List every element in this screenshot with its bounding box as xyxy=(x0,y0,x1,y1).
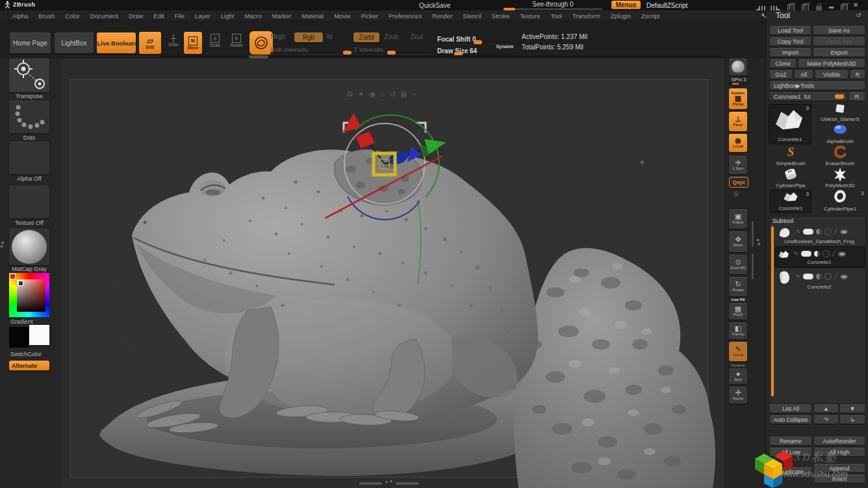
subtool-scroll-indicator[interactable] xyxy=(771,226,774,396)
boolean-union-icon[interactable] xyxy=(803,274,813,279)
auto-collapse-button[interactable]: Auto Collapse xyxy=(770,415,811,424)
subtool-row[interactable]: ✎ ╱ LiveBoolean_DynaMesh_Frog xyxy=(776,225,862,246)
menu-zscript[interactable]: Zscript xyxy=(636,12,665,19)
gizmo-collapse-icon[interactable]: ─ xyxy=(411,90,417,98)
close-window-icon[interactable]: ✕ xyxy=(853,1,858,8)
subtool-row[interactable]: ✎ ╱ Concrete2 xyxy=(776,269,862,291)
tool-item[interactable]: EraserBrush xyxy=(814,146,866,166)
z-intensity-slider[interactable]: Z Intensity xyxy=(353,44,428,55)
subtool-brush-icon[interactable]: ✎ xyxy=(794,251,798,257)
goz-all-button[interactable]: All xyxy=(795,70,813,79)
tool-item[interactable]: S SimpleBrush xyxy=(770,146,811,166)
color-picker[interactable] xyxy=(9,273,49,317)
panel-reset-icon[interactable]: ↺ xyxy=(856,12,861,19)
canvas-scrollbar-right[interactable] xyxy=(396,482,419,485)
persp-button[interactable]: Dynamic ▦ Persp xyxy=(729,88,747,109)
active-tool-slider-knob[interactable] xyxy=(835,94,844,99)
tool-item-selected[interactable]: 3 Concrete1 xyxy=(770,190,811,213)
alpha-tile[interactable] xyxy=(9,142,49,174)
menus-toggle-button[interactable]: Menus xyxy=(611,1,641,9)
boolean-subtract-icon[interactable] xyxy=(816,229,822,235)
pivot-icon[interactable]: ◎ xyxy=(734,190,739,197)
canvas-scroll-arrows[interactable]: ▲▼ xyxy=(385,480,394,483)
tool-item[interactable]: PolyMesh3D xyxy=(814,168,866,188)
rgb-button[interactable]: Rgb xyxy=(294,32,323,42)
visibility-eye-icon[interactable] xyxy=(840,229,848,235)
spix-slider[interactable]: SPix 3 xyxy=(727,77,750,84)
list-all-button[interactable]: List All xyxy=(770,404,811,413)
polyframe-button[interactable]: ▦ PolyF xyxy=(729,303,747,320)
menu-texture[interactable]: Texture xyxy=(515,12,545,19)
menu-stencil[interactable]: Stencil xyxy=(457,12,487,19)
boolean-union-icon[interactable] xyxy=(801,251,811,257)
home-page-button[interactable]: Home Page xyxy=(10,32,51,53)
ghost-button[interactable]: ✎ Ghost xyxy=(729,342,747,361)
rename-button[interactable]: Rename xyxy=(770,437,811,445)
visibility-eye-icon[interactable] xyxy=(838,251,846,257)
left-tray-divider-arrows[interactable]: ◀▶ xyxy=(1,240,4,248)
goz-visible-button[interactable]: Visible xyxy=(815,70,848,79)
menu-file[interactable]: File xyxy=(170,12,190,19)
zoom3d-button[interactable]: ⊙ Zoom3D xyxy=(729,255,747,274)
load-tool-button[interactable]: Load Tool xyxy=(770,26,811,34)
bpr-render-button[interactable]: BPR xyxy=(729,58,747,75)
boolean-union-icon[interactable] xyxy=(803,229,813,235)
live-boolean-button[interactable]: Live Boolean xyxy=(97,32,136,53)
tool-item[interactable]: UMesh_StarterS xyxy=(814,103,866,122)
switch-color-label[interactable]: SwitchColor xyxy=(9,351,51,357)
tool-r-button[interactable]: R xyxy=(849,92,865,101)
edit-button[interactable]: ▱ Edit xyxy=(139,32,161,54)
zadd-button[interactable]: Zadd xyxy=(353,32,379,42)
menu-layer[interactable]: Layer xyxy=(190,12,216,19)
move-button[interactable]: M Move xyxy=(184,32,202,54)
gizmo-home-icon[interactable]: ⌂ xyxy=(380,90,385,98)
xpose-button[interactable]: ✢ Xpose xyxy=(729,387,747,404)
solo-button[interactable]: ● Solo xyxy=(729,368,747,384)
local-button[interactable]: ◉ Local xyxy=(729,134,747,152)
autoreorder-button[interactable]: AutoReorder xyxy=(814,437,865,445)
dots-stroke-tile[interactable] xyxy=(9,101,49,133)
texture-tile[interactable] xyxy=(9,186,49,218)
boolean-intersect-icon[interactable] xyxy=(824,273,832,280)
transpose-tile[interactable] xyxy=(9,58,49,92)
export-button[interactable]: Export xyxy=(813,48,865,57)
menu-picker[interactable]: Picker xyxy=(356,12,383,19)
lightbox-button[interactable]: LightBox xyxy=(55,32,94,53)
draw-size-slider[interactable]: Draw Size 64 Dynamic xyxy=(437,44,514,56)
gizmo-reset-icon[interactable]: ↺ xyxy=(390,90,396,98)
sculpt-scene[interactable] xyxy=(62,58,724,488)
quicksave-button[interactable]: QuickSave xyxy=(419,2,450,9)
move-up-button[interactable]: ▲ xyxy=(814,404,838,413)
lightbox-tools-button[interactable]: Lightbox▶Tools xyxy=(770,81,865,90)
menu-material[interactable]: Material xyxy=(296,12,329,19)
boulder-rock[interactable] xyxy=(514,248,715,488)
menu-document[interactable]: Document xyxy=(85,12,123,19)
polypaint-icon[interactable]: ╱ xyxy=(832,251,836,257)
copy-tool-button[interactable]: Copy Tool xyxy=(770,37,811,45)
mrgb-button[interactable]: Mrgb xyxy=(270,33,285,40)
rotate-view-button[interactable]: ↻ Rotate xyxy=(729,277,747,296)
menu-macro[interactable]: Macro xyxy=(239,12,266,19)
transp-button[interactable]: ◧ Transp xyxy=(729,322,747,339)
draw-button[interactable]: ┼ Draw xyxy=(164,34,183,47)
boolean-subtract-icon[interactable] xyxy=(814,251,820,257)
polypaint-icon[interactable]: ╱ xyxy=(834,229,837,235)
main-color-swatch[interactable] xyxy=(9,327,29,348)
move-down-button[interactable]: ▼ xyxy=(840,404,865,413)
gizmo-lock-icon[interactable] xyxy=(401,88,407,100)
default-zscript-button[interactable]: DefaultZScript xyxy=(646,2,687,9)
see-through-slider[interactable]: See-through 0 xyxy=(504,1,602,10)
menu-tool[interactable]: Tool xyxy=(545,12,567,19)
menu-edit[interactable]: Edit xyxy=(148,12,169,19)
menu-color[interactable]: Color xyxy=(60,12,85,19)
visibility-eye-icon[interactable] xyxy=(840,274,848,279)
current-brush-button[interactable] xyxy=(249,31,273,55)
canvas-scrollbar-left[interactable] xyxy=(359,482,382,485)
viewport[interactable]: ⚙ ✦ ◉ ⌂ ↺ ─ + ▲▼ xyxy=(62,58,724,488)
boolean-intersect-icon[interactable] xyxy=(824,228,832,235)
tool-item[interactable]: CylinderPipe xyxy=(770,168,811,188)
menu-light[interactable]: Light xyxy=(216,12,240,19)
floor-button[interactable]: ⊥ Floor xyxy=(729,112,747,131)
gizmo-pin-icon[interactable]: ✦ xyxy=(358,90,364,98)
subtool-header[interactable]: Subtool xyxy=(772,217,793,224)
